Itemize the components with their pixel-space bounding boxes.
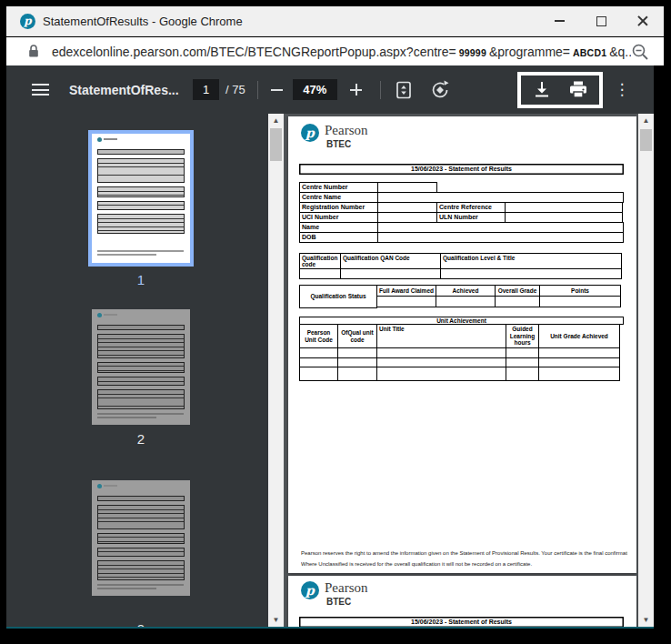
pearson-favicon-icon: p — [20, 14, 35, 29]
header-cell: Qualification code — [299, 253, 341, 269]
address-bar[interactable]: edexcelonline.pearson.com/BTEC/BTECNGRep… — [6, 37, 664, 65]
maximize-button[interactable] — [580, 6, 622, 36]
lock-icon[interactable] — [28, 45, 39, 58]
pdf-page-1: p Pearson BTEC 15/06/2023 - Statement of… — [288, 116, 636, 573]
statement-header-bar: 15/06/2023 - Statement of Results — [299, 164, 624, 175]
value-cell — [340, 268, 441, 279]
header-cell: Unit Grade Achieved — [538, 324, 620, 348]
close-button[interactable] — [622, 6, 664, 36]
brand-sub: BTEC — [326, 139, 351, 149]
scroll-down-button[interactable]: ▼ — [268, 613, 284, 627]
pearson-logo-icon: p — [301, 581, 319, 599]
scroll-thumb[interactable] — [640, 129, 652, 151]
download-button[interactable] — [530, 78, 554, 102]
window-titlebar: p StatementOfResults - Google Chrome — [6, 6, 664, 36]
menu-button[interactable] — [32, 84, 49, 96]
pearson-logo-icon: p — [301, 124, 319, 142]
table-row: DOB — [299, 232, 624, 243]
scroll-thumb[interactable] — [270, 128, 282, 161]
rotate-button[interactable] — [428, 78, 452, 102]
table-row — [376, 296, 623, 307]
thumbnail-page-2[interactable] — [92, 309, 190, 425]
value-cell — [495, 296, 540, 307]
page-number-input[interactable]: 1 — [193, 79, 219, 100]
pdf-toolbar: StatementOfRes... 1 / 75 47% — [6, 65, 654, 114]
table-row: Qualification code Qualification QAN Cod… — [299, 253, 624, 269]
print-button[interactable] — [566, 78, 590, 102]
thumbnail-preview — [92, 134, 190, 263]
header-cell: Guided Learning hours — [506, 324, 539, 348]
minimize-button[interactable] — [538, 6, 580, 36]
pdf-main-view: p Pearson BTEC 15/06/2023 - Statement of… — [284, 114, 638, 627]
sidebar-scrollbar[interactable]: ▲ ▼ — [268, 114, 284, 627]
statement-header-bar: 15/06/2023 - Statement of Results — [299, 617, 624, 627]
table-row: Pearson Unit Code OfQual unit code Unit … — [299, 324, 624, 348]
print-icon — [569, 81, 587, 98]
footer-disclaimer-line: Where Unclassified is received for the o… — [301, 561, 627, 567]
zoom-level: 47% — [293, 79, 337, 100]
brand-sub: BTEC — [326, 597, 351, 607]
value-cell — [337, 367, 377, 381]
desktop: p StatementOfResults - Google Chrome ede… — [0, 0, 671, 644]
download-icon — [534, 81, 550, 98]
more-options-button[interactable]: ⋮ — [614, 80, 630, 99]
main-scrollbar[interactable]: ▲ ▼ — [638, 114, 654, 627]
browser-window: p StatementOfResults - Google Chrome ede… — [6, 6, 664, 629]
value-cell — [376, 296, 436, 307]
unit-achievement-table: Unit Achievement Pearson Unit Code OfQua… — [299, 317, 624, 381]
value-cell — [299, 367, 338, 381]
scroll-up-button[interactable]: ▲ — [638, 114, 654, 127]
value-cell — [299, 268, 341, 279]
thumbnail-page-3[interactable] — [92, 480, 190, 596]
table-row — [299, 367, 624, 381]
thumbnail-label-2: 2 — [92, 431, 190, 447]
close-icon — [637, 15, 648, 26]
thumbnail-preview — [92, 480, 190, 596]
hamburger-icon — [32, 84, 49, 86]
value-cell — [377, 232, 624, 243]
url-text: edexcelonline.pearson.com/BTEC/BTECNGRep… — [52, 45, 631, 59]
thumbnail-label-1: 1 — [92, 272, 190, 287]
pdf-page-2: p Pearson BTEC 15/06/2023 - Statement of… — [288, 576, 636, 627]
table-row — [299, 268, 624, 279]
value-cell — [436, 296, 496, 307]
thumbnail-preview — [92, 309, 190, 425]
value-cell — [539, 296, 621, 307]
label-cell: DOB — [299, 232, 378, 243]
brand-name: Pearson — [325, 580, 368, 596]
document-title: StatementOfRes... — [69, 83, 185, 97]
rotate-icon — [430, 80, 450, 100]
toolbar-separator — [380, 81, 381, 99]
brand-name: Pearson — [325, 123, 368, 138]
value-cell — [440, 268, 622, 279]
window-right-gap — [654, 65, 664, 629]
page-count-label: / 75 — [225, 83, 245, 96]
plus-icon — [350, 84, 362, 96]
centre-value: 99999 — [459, 47, 486, 58]
maximize-icon — [596, 16, 606, 26]
qualification-table: Qualification code Qualification QAN Cod… — [299, 253, 624, 279]
header-cell: Pearson Unit Code — [299, 324, 338, 348]
header-cell: Unit Title — [376, 324, 506, 348]
value-cell — [506, 367, 539, 381]
minus-icon — [271, 89, 283, 91]
scroll-up-button[interactable]: ▲ — [268, 114, 284, 127]
fit-page-icon — [395, 81, 413, 99]
qualification-status-table: Qualification Status Full Award Claimed … — [299, 285, 624, 308]
thumbnail-label-3: 3 — [92, 621, 190, 627]
zoom-out-page-icon[interactable] — [631, 43, 649, 61]
highlight-annotation — [517, 72, 603, 108]
zoom-in-button[interactable] — [345, 78, 368, 102]
label-cell: Qualification Status — [299, 285, 377, 308]
programme-value: ABCD1 — [573, 47, 606, 58]
window-controls — [538, 6, 664, 36]
thumbnail-sidebar: 1 2 3 — [6, 114, 268, 627]
header-cell: Qualification Level & Title — [440, 253, 622, 269]
scroll-down-button[interactable]: ▼ — [638, 613, 654, 627]
zoom-out-button[interactable] — [265, 78, 289, 102]
fit-page-button[interactable] — [392, 78, 416, 102]
header-cell: Qualification QAN Code — [340, 253, 441, 269]
thumbnail-page-1[interactable] — [88, 130, 194, 267]
header-cell: OfQual unit code — [337, 324, 377, 348]
pdf-viewer-content: 1 2 3 ▲ ▼ — [6, 114, 654, 627]
